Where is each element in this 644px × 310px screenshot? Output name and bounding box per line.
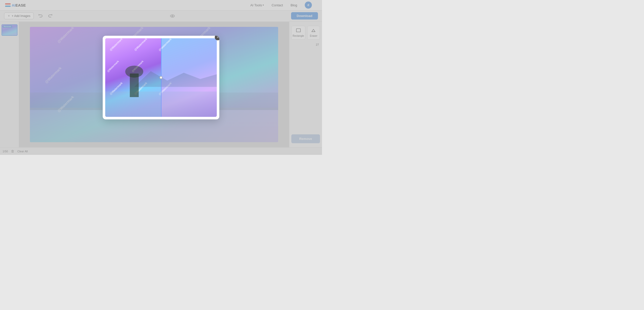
- modal-overlay[interactable]: × @Watermark @Watermark @Watermark @Wate…: [0, 0, 322, 155]
- comparison-modal: × @Watermark @Watermark @Watermark @Wate…: [103, 36, 219, 119]
- compare-handle[interactable]: [159, 76, 163, 79]
- modal-image: @Watermark @Watermark @Watermark @Waterm…: [105, 38, 217, 117]
